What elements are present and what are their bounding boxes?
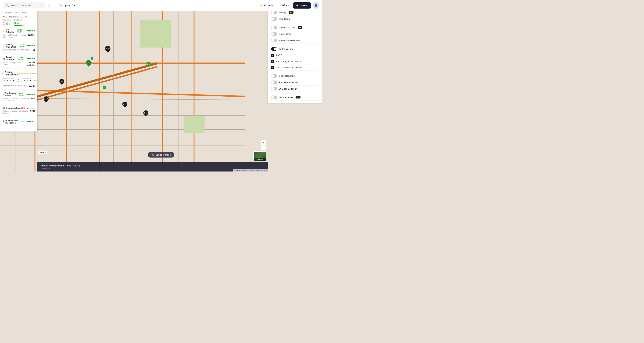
total-score-value: 4.4 [2,21,8,26]
layer-power-lines-toggle[interactable] [271,32,277,36]
purchasing-icon: $ [2,93,4,96]
map-marker-3[interactable]: ⚡⚡ [44,96,48,101]
layer-tesla-toggle[interactable] [271,95,277,99]
purchasing-bars [26,94,35,95]
dm-bar-2 [28,108,30,109]
svg-rect-25 [140,19,171,47]
ev-icon: ⚡ [2,30,5,32]
svg-rect-29 [103,86,106,89]
demographics-icon: 👥 [2,107,5,109]
layer-flood-left: Flood Map [271,17,290,20]
layer-flood-toggle[interactable] [271,17,277,20]
tr-bar-1 [26,58,28,59]
layer-row-power-capacity: Power Capacity Pro [271,24,319,31]
satellite-thumbnail[interactable]: Satellite [254,151,266,161]
search-icon: 🔍 [5,4,9,7]
rank-bar-2 [16,25,18,26]
rank-bar-1 [14,25,16,26]
user-avatar[interactable]: 👤 [313,2,319,8]
projects-button[interactable]: 📁 Projects [258,2,275,8]
map-marker-2[interactable]: ⚡ [60,79,64,84]
layer-row-aadt-combo: ✓ AADT Combination Trucks [271,64,319,70]
policies-level: HIGH [21,121,25,123]
search-box[interactable]: 🔍 [3,2,45,8]
designer-mode-button[interactable]: ✏️ Designer Mode [148,152,174,158]
layer-socio-toggle[interactable] [271,74,277,77]
am-bar-1 [26,45,28,46]
infra-level: MODERATE [18,73,28,75]
rank-bar-3 [18,25,20,26]
designer-mode-label: Designer Mode [156,153,171,156]
layer-tesla-name: Tesla Pipeline [279,96,293,99]
current-location-marker[interactable]: 📍 [86,60,92,66]
layer-power-svc-toggle[interactable] [271,38,277,42]
infra-extra-row: Distance from a highway exit 0.5 mi [2,85,35,87]
layer-power-cap-name: Power Capacity [279,26,295,29]
layer-power-cap-left: Power Capacity Pro [271,26,302,29]
layer-power-lines-name: Power Lines [279,33,292,35]
layer-gap-2 [271,44,319,46]
layer-row-traffic-volume: Traffic Volume [271,46,319,52]
layer-30c-toggle[interactable] [271,87,277,90]
zoom-out-button[interactable]: − [261,145,266,151]
in-bar-5 [37,73,38,74]
power-cap-pro-badge: Pro [298,26,302,29]
infra-extra-desc: Distance from a highway exit [2,85,27,87]
po-bar-2 [28,121,30,122]
layer-pop-density-toggle[interactable] [271,80,277,84]
rank-bars [14,25,24,26]
metric-demographics: 👥 Demographics LOW Population density pe… [2,107,35,117]
upload-batch-label: Upload Batch [64,4,78,7]
history-button[interactable]: 🕐 [47,3,51,7]
metric-demo-header: 👥 Demographics LOW [2,107,35,109]
map-marker-4[interactable]: ⚡⚡ [122,102,127,106]
mapbox-logo: ⊛ mapbox [38,163,47,165]
layers-label: Layers [300,4,308,7]
ev-bar-1 [26,30,28,31]
layer-aadt-checkbox[interactable]: ✓ [271,54,274,57]
layer-row-30c-tax: 30C Tax Eligibility [271,86,319,92]
svg-rect-26 [184,116,204,133]
metric-infra-header: ◇ Existing Infrastructure MODERATE [2,71,35,76]
demo-level: LOW [21,107,25,109]
total-score-display: 4.4/5 [2,21,11,26]
purchasing-level-group: VERY HIGH [19,93,35,96]
map-marker-1[interactable]: ⚡⚡ [105,46,110,51]
layer-aadt-combo-checkbox[interactable]: ✓ [271,66,274,69]
legend-title: Annual Average Daily Traffic (AADT) [40,164,265,167]
total-score-col: Total Score 4.4/5 [2,19,11,26]
infra-icon: ◇ [2,72,4,75]
travel-bars [26,58,35,59]
zoom-in-button[interactable]: + [261,140,266,145]
metric-ev-adoption-header: ⚡ EV Adoption VERY HIGH [2,28,35,33]
layer-zoning-toggle[interactable] [271,11,277,14]
layer-power-svc-left: Power Service Areas [271,38,300,42]
am-bar-5 [34,45,35,46]
infra-radius-select[interactable]: 10 mi [21,78,32,82]
layer-row-power-lines: Power Lines [271,31,319,37]
purchasing-value: 78% [31,97,35,100]
attribution-text: © Mapbox © OpenStreetMap Improve this ma… [234,169,267,171]
am-bar-3 [30,45,32,46]
layer-aadt-single-name: AADT Single Unit Trucks [276,60,301,63]
layer-row-socioeconomics: Socioeconomics [271,73,319,79]
infra-charger-type-select[interactable]: L2 + L3 [2,78,15,82]
search-input[interactable] [10,4,42,7]
filters-button[interactable]: ▽ Filters [277,2,291,8]
layers-button[interactable]: ⊞ Layers [293,2,311,8]
layer-aadt-single-checkbox[interactable]: ✓ [271,60,274,63]
upload-batch-button[interactable]: 📎 Upload Batch [57,2,80,8]
check-icon-aadt: ✓ [272,54,274,56]
travel-metric-row: Annual Average Daily Traffic 58,353 vehi… [2,61,35,66]
layer-power-cap-toggle[interactable] [271,26,277,29]
map-marker-5[interactable]: ⚡⚡ [143,110,148,115]
layer-aadt-combo-left: ✓ AADT Combination Trucks [271,66,302,69]
metric-travel-name: 🚗 Travel Patterns [2,56,18,61]
layer-traffic-toggle[interactable] [271,47,277,51]
mapbox-icon: ⊛ [38,163,40,165]
ev-value: 17.39% [28,34,35,36]
layers-icon: ⊞ [296,4,298,7]
amenities-bars [26,45,35,46]
projects-label: Projects [264,4,273,7]
ev-bar-3 [30,30,32,31]
